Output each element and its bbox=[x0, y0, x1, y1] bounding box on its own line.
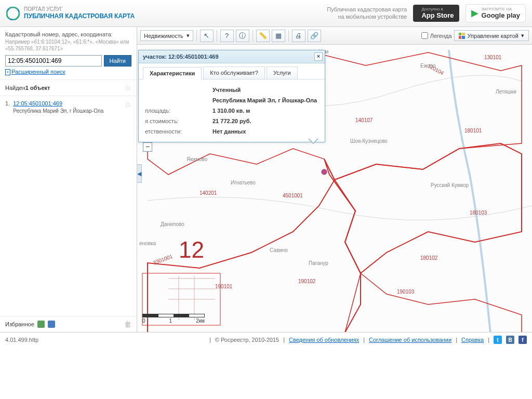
search-input[interactable] bbox=[5, 55, 102, 66]
footer-link-help[interactable]: Справка bbox=[461, 337, 484, 343]
link-button[interactable]: 🔗 bbox=[308, 30, 321, 42]
app-header: ПОРТАЛ УСЛУГ ПУБЛИЧНАЯ КАДАСТРОВАЯ КАРТА… bbox=[0, 0, 532, 27]
tab-characteristics[interactable]: Характеристики bbox=[143, 67, 202, 79]
toolbar: Недвижимость▾ ↖ ? ⓘ 📏 ▦ 🖨 🔗 Легенда Упра… bbox=[137, 27, 532, 45]
search-hint: Например «61:6:10104:12», «61:6:*», «Мос… bbox=[5, 38, 131, 52]
svg-point-4 bbox=[322, 169, 327, 175]
result-link[interactable]: 12:05:4501001:469 bbox=[13, 100, 62, 107]
layer-select[interactable]: Недвижимость▾ bbox=[140, 30, 193, 41]
app-title: ПУБЛИЧНАЯ КАДАСТРОВАЯ КАРТА bbox=[24, 12, 135, 20]
export-csv-icon[interactable] bbox=[48, 321, 55, 328]
info-tool[interactable]: ? bbox=[220, 30, 234, 42]
search-button[interactable]: Найти bbox=[104, 55, 131, 66]
sidebar-collapse-handle[interactable]: ◀ bbox=[137, 164, 142, 183]
search-label: Кадастровый номер, адрес, координата: bbox=[5, 31, 131, 37]
result-item[interactable]: 1. 12:05:4501001:469 Республика Марий Эл… bbox=[0, 96, 137, 118]
star-icon[interactable]: ☆ bbox=[125, 84, 131, 92]
vk-icon[interactable]: B bbox=[506, 336, 514, 344]
chevron-down-icon: ▾ bbox=[187, 32, 190, 39]
parcel-popup: участок: 12:05:4501001:469 × Характерист… bbox=[138, 50, 325, 142]
tab-who-serves[interactable]: Кто обслуживает? bbox=[203, 66, 265, 79]
favorites-block: Избранное 🗑 bbox=[0, 316, 137, 332]
version-label: 4.01.499.http bbox=[5, 337, 38, 343]
header-titles: ПОРТАЛ УСЛУГ ПУБЛИЧНАЯ КАДАСТРОВАЯ КАРТА bbox=[24, 6, 135, 20]
pointer-tool[interactable]: ↖ bbox=[200, 30, 214, 42]
popup-body: Учтенный Республика Марий Эл, г Йошкар-О… bbox=[139, 79, 325, 142]
star-icon[interactable]: ☆ bbox=[125, 100, 131, 114]
favorites-label: Избранное bbox=[5, 321, 34, 327]
result-index: 1. bbox=[5, 100, 10, 114]
print-button[interactable]: 🖨 bbox=[292, 30, 305, 42]
facebook-icon[interactable]: f bbox=[518, 336, 527, 344]
result-address: Республика Марий Эл, г Йошкар-Ола bbox=[13, 108, 122, 114]
map-canvas[interactable]: 12 140201 4501001 140107 180101 180103 1… bbox=[137, 45, 532, 332]
tab-services[interactable]: Услуги bbox=[267, 66, 298, 79]
advanced-search-link[interactable]: +Расширенный поиск bbox=[5, 69, 131, 75]
footer-link-agreement[interactable]: Соглашение об использовании bbox=[369, 337, 451, 343]
close-icon[interactable]: × bbox=[314, 52, 323, 61]
measure-area-tool[interactable]: ▦ bbox=[272, 30, 285, 42]
zoom-out-button[interactable]: − bbox=[143, 142, 152, 152]
main: Недвижимость▾ ↖ ? ⓘ 📏 ▦ 🖨 🔗 Легенда Упра… bbox=[137, 27, 532, 332]
search-block: Кадастровый номер, адрес, координата: На… bbox=[0, 27, 137, 80]
googleplay-badge[interactable]: ▶ ЗАГРУЗИТЕ НАGoogle play bbox=[466, 4, 526, 22]
appstore-badge[interactable]: Доступно вApp Store bbox=[413, 5, 459, 22]
sidebar: Кадастровый номер, адрес, координата: На… bbox=[0, 27, 137, 332]
twitter-icon[interactable]: t bbox=[494, 336, 502, 344]
popup-header: участок: 12:05:4501001:469 × bbox=[139, 50, 325, 63]
play-icon: ▶ bbox=[471, 8, 478, 19]
legend-toggle[interactable]: Легенда bbox=[421, 32, 452, 39]
grid-icon bbox=[459, 33, 465, 39]
results-header: Найден 1 объект ☆ bbox=[0, 80, 137, 96]
trash-icon[interactable]: 🗑 bbox=[124, 320, 131, 328]
portal-title: ПОРТАЛ УСЛУГ bbox=[24, 6, 135, 12]
footer: 4.01.499.http | © Росреестр, 2010-2015 |… bbox=[0, 332, 532, 347]
map-manage-button[interactable]: Управление картой ▾ bbox=[454, 30, 529, 41]
measure-line-tool[interactable]: 📏 bbox=[256, 30, 270, 42]
chevron-down-icon: ▾ bbox=[521, 32, 524, 39]
identify-tool[interactable]: ⓘ bbox=[236, 30, 249, 42]
logo-icon bbox=[6, 7, 20, 20]
popup-tabs: Характеристики Кто обслуживает? Услуги bbox=[139, 63, 325, 79]
footer-link-updates[interactable]: Сведения об обновлениях bbox=[289, 337, 359, 343]
header-tagline: Публичная кадастровая карта на мобильном… bbox=[327, 6, 407, 20]
copyright: © Росреестр, 2010-2015 bbox=[215, 337, 279, 343]
export-xls-icon[interactable] bbox=[37, 321, 45, 328]
scalebar: 012км bbox=[142, 314, 205, 324]
